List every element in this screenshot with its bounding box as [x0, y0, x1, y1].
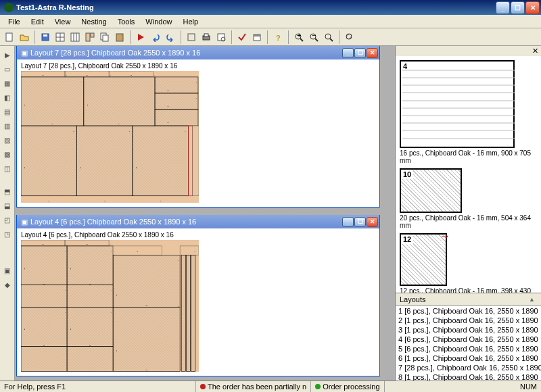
collapse-icon[interactable]: ▲: [527, 296, 537, 303]
menu-file[interactable]: File: [3, 16, 26, 27]
window-title: Test1-Astra R-Nesting: [16, 3, 496, 11]
vtool-13-icon[interactable]: ▣: [1, 264, 14, 276]
grid1-icon[interactable]: [53, 30, 67, 44]
vtool-14-icon[interactable]: ◆: [1, 278, 14, 291]
help-icon[interactable]: ?: [271, 30, 285, 44]
svg-rect-13: [116, 34, 123, 41]
status-help: For Help, press F1: [0, 381, 196, 392]
vtool-4-icon[interactable]: ▤: [1, 105, 14, 118]
svg-rect-113: [186, 255, 190, 371]
layout-item[interactable]: 8 [1 pcs.], Chipboard Oak 16, 2550 x 189…: [396, 372, 541, 381]
child-maximize-button[interactable]: ☐: [354, 48, 366, 58]
svg-rect-73: [65, 240, 109, 246]
status-red-icon: [200, 384, 206, 389]
child-titlebar[interactable]: ▣ Layout 7 [28 pcs.] Chipboard Oak 2550 …: [17, 46, 379, 59]
pane-close-icon[interactable]: ✕: [396, 46, 541, 56]
vtool-11-icon[interactable]: ◰: [1, 214, 14, 226]
svg-rect-102: [113, 255, 180, 307]
child-titlebar[interactable]: ▣ Layout 4 [6 pcs.] Chipboard Oak 2550 x…: [17, 215, 379, 228]
app-icon: [4, 3, 14, 12]
new-icon[interactable]: [3, 30, 16, 44]
undo-icon[interactable]: [149, 30, 162, 44]
open-icon[interactable]: [18, 30, 31, 44]
layout4-diagram[interactable]: 628 628 55 6 6 6 6 6: [21, 240, 199, 372]
print-icon[interactable]: [199, 30, 213, 44]
right-pane: ✕ 4 16 pcs., Chipboard Oak - 16 mm, 900 …: [395, 46, 541, 381]
menu-nesting[interactable]: Nesting: [76, 16, 112, 27]
thumb-part-10[interactable]: 10: [400, 168, 462, 213]
preview-icon[interactable]: [214, 30, 228, 44]
vtool-2-icon[interactable]: ▦: [1, 77, 14, 89]
maximize-button[interactable]: ☐: [511, 1, 525, 14]
calendar-icon[interactable]: [250, 30, 264, 44]
vtool-3-icon[interactable]: ◧: [1, 91, 14, 103]
menu-edit[interactable]: Edit: [26, 16, 49, 27]
layout-item[interactable]: 2 [1 pcs.], Chipboard Oak 16, 2550 x 189…: [396, 316, 541, 325]
thumb-part-4[interactable]: 4: [400, 60, 515, 148]
vtool-6-icon[interactable]: ▨: [1, 134, 14, 146]
svg-rect-83: [67, 308, 113, 347]
svg-rect-49: [155, 77, 198, 93]
minimize-button[interactable]: _: [496, 1, 510, 14]
close-button[interactable]: ✕: [525, 1, 540, 14]
child-close-button[interactable]: ✕: [367, 48, 378, 58]
vtool-1-icon[interactable]: ▭: [1, 63, 14, 75]
layout7-diagram[interactable]: 628 628 628 5 5 5 4 705 705 900 900: [21, 71, 199, 203]
zoom-out-icon[interactable]: −: [307, 30, 321, 44]
layout-item[interactable]: 6 [1 pcs.], Chipboard Oak 16, 2550 x 189…: [396, 353, 541, 363]
vtool-12-icon[interactable]: ◳: [1, 228, 14, 240]
layout-item[interactable]: 4 [6 pcs.], Chipboard Oak 16, 2550 x 189…: [396, 335, 541, 344]
cursor-icon[interactable]: ▶: [1, 49, 14, 61]
svg-rect-14: [188, 34, 195, 41]
vtool-5-icon[interactable]: ▥: [1, 120, 14, 132]
child-minimize-button[interactable]: _: [342, 217, 354, 227]
zoom-in-icon[interactable]: +: [292, 30, 306, 44]
svg-rect-57: [21, 126, 77, 196]
menu-help[interactable]: Help: [177, 16, 204, 27]
mdi-area: ▣ Layout 7 [28 pcs.] Chipboard Oak 2550 …: [15, 46, 395, 381]
svg-rect-82: [21, 308, 67, 347]
svg-rect-100: [113, 246, 162, 255]
child-maximize-button[interactable]: ☐: [354, 217, 366, 227]
layouts-list[interactable]: 1 [6 pcs.], Chipboard Oak 16, 2550 x 189…: [396, 306, 541, 381]
layout-item[interactable]: 3 [1 pcs.], Chipboard Oak 16, 2550 x 189…: [396, 325, 541, 335]
layout-item[interactable]: 7 [28 pcs.], Chipboard Oak 16, 2550 x 18…: [396, 363, 541, 372]
svg-text:1005: 1005: [80, 167, 81, 169]
svg-line-29: [330, 39, 333, 41]
child-minimize-button[interactable]: _: [342, 48, 354, 58]
layout-item[interactable]: 1 [6 pcs.], Chipboard Oak 16, 2550 x 189…: [396, 306, 541, 316]
vtool-7-icon[interactable]: ▩: [1, 148, 14, 160]
statusbar: For Help, press F1 The order has been pa…: [0, 381, 541, 392]
layout-icon[interactable]: [83, 30, 97, 44]
grid2-icon[interactable]: [68, 30, 82, 44]
svg-rect-20: [254, 34, 260, 36]
thumb-part-12[interactable]: 12: [400, 233, 447, 286]
vtool-9-icon[interactable]: ⬒: [1, 185, 14, 197]
redo-icon[interactable]: [164, 30, 177, 44]
zoom-fit-icon[interactable]: [322, 30, 335, 44]
svg-rect-114: [191, 255, 195, 371]
svg-text:1005: 1005: [145, 305, 147, 306]
svg-rect-72: [21, 240, 65, 246]
layout-item[interactable]: 5 [6 pcs.], Chipboard Oak 16, 2550 x 189…: [396, 344, 541, 353]
paste-icon[interactable]: [113, 30, 126, 44]
menu-view[interactable]: View: [49, 16, 76, 27]
layout-caption: Layout 7 [28 pcs.], Chipboard Oak 2550 x…: [21, 62, 375, 70]
zoom-sel-icon[interactable]: [343, 30, 356, 44]
menu-tools[interactable]: Tools: [112, 16, 141, 27]
svg-rect-112: [181, 255, 185, 371]
child-close-button[interactable]: ✕: [367, 217, 378, 227]
thumb-caption: 12 pcs., Chipboard Oak - 16 mm, 398 x 43…: [400, 287, 537, 293]
play-icon[interactable]: [134, 30, 147, 44]
svg-rect-10: [91, 33, 94, 37]
svg-rect-103: [113, 308, 180, 372]
layouts-section: Layouts ▲ 1 [6 pcs.], Chipboard Oak 16, …: [396, 293, 541, 381]
tool-a-icon[interactable]: [185, 30, 198, 44]
vtool-10-icon[interactable]: ⬓: [1, 199, 14, 212]
menu-window[interactable]: Window: [140, 16, 177, 27]
save-icon[interactable]: [39, 30, 52, 44]
vtool-8-icon[interactable]: ◫: [1, 162, 14, 174]
parts-thumbnails[interactable]: 4 16 pcs., Chipboard Oak - 16 mm, 900 x …: [396, 56, 541, 293]
check-icon[interactable]: [235, 30, 249, 44]
copy-icon[interactable]: [98, 30, 112, 44]
